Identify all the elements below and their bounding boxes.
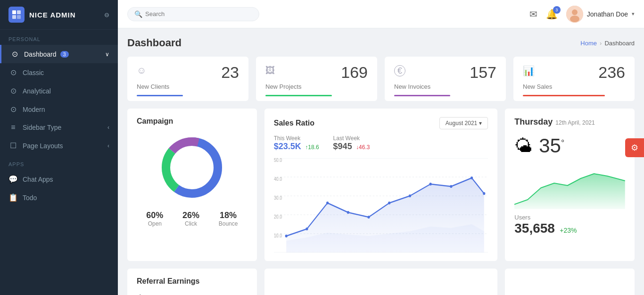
- last-week-label: Last Week: [333, 135, 370, 142]
- svg-rect-1: [17, 10, 21, 14]
- weather-temp: 35°: [539, 135, 564, 157]
- svg-text:30.0: 30.0: [274, 195, 282, 201]
- sidebar-item-modern-label: Modern: [23, 106, 45, 113]
- weather-temp-value: 35: [539, 135, 561, 157]
- sidebar-item-dashboard-label: Dashboard: [24, 51, 57, 58]
- stat-card-new-invoices: € 157 New Invoices: [385, 57, 506, 101]
- card-placeholder-3: [505, 269, 635, 295]
- mail-icon: ✉: [529, 9, 537, 19]
- bounce-stat: 18% Bounce: [219, 211, 238, 227]
- weather-chart: [514, 167, 625, 209]
- chat-apps-icon: 💬: [8, 175, 18, 184]
- new-projects-bar: [265, 95, 332, 96]
- modern-icon: ⊙: [8, 105, 18, 114]
- sales-chart-area: 50.0 40.0 30.0 20.0 10.0: [274, 158, 488, 253]
- svg-point-6: [570, 16, 579, 22]
- bounce-label: Bounce: [219, 220, 238, 227]
- sidebar-item-todo-label: Todo: [23, 194, 37, 202]
- svg-point-30: [409, 194, 411, 197]
- main-wrap: 🔍 ✉ 🔔 3 Jonathan Doe ▾: [118, 0, 644, 295]
- stat-card-new-sales: 📊 236 New Sales: [513, 57, 635, 101]
- user-info[interactable]: Jonathan Doe ▾: [566, 6, 635, 23]
- sidebar-item-modern[interactable]: ⊙ Modern: [0, 100, 118, 118]
- sidebar-item-classic[interactable]: ⊙ Classic: [0, 63, 118, 82]
- app-name: NICE ADMIN: [29, 11, 76, 19]
- new-sales-label: New Sales: [523, 83, 625, 90]
- avatar: [566, 6, 583, 23]
- notification-badge: 3: [553, 6, 561, 14]
- sidebar-logo: NICE ADMIN ⊖: [0, 0, 118, 30]
- sidebar-item-classic-label: Classic: [23, 69, 44, 76]
- settings-fab[interactable]: ⚙: [625, 138, 644, 157]
- period-chevron-icon: ▾: [479, 120, 482, 126]
- this-week-label: This Week: [274, 135, 319, 142]
- new-invoices-bar: [394, 95, 450, 96]
- open-label: Open: [146, 220, 163, 227]
- sales-chart: 50.0 40.0 30.0 20.0 10.0: [274, 158, 488, 253]
- new-projects-label: New Projects: [265, 83, 368, 90]
- svg-point-28: [367, 216, 370, 219]
- last-week-amount: $945: [333, 142, 352, 151]
- new-projects-icon: 🖼: [265, 65, 275, 76]
- referral-amount: $769.08: [137, 292, 248, 295]
- sidebar-item-page-layouts-label: Page Layouts: [23, 142, 63, 150]
- logo-icon: [8, 7, 25, 23]
- breadcrumb-separator: ›: [600, 40, 602, 47]
- sidebar-type-chevron: ‹: [107, 124, 109, 131]
- new-clients-label: New Clients: [137, 83, 239, 90]
- new-clients-bar: [137, 95, 183, 96]
- this-week-amount: $23.5K: [274, 142, 301, 151]
- page-content: Dashboard Home › Dashboard ☺ 23 New Clie…: [118, 28, 644, 295]
- sidebar-item-page-layouts[interactable]: ☐ Page Layouts ‹: [0, 136, 118, 155]
- weather-date: 12th April, 2021: [555, 119, 594, 126]
- last-week-change: ↓46.3: [356, 144, 370, 151]
- weather-main: 🌤 35°: [514, 135, 625, 157]
- svg-point-29: [388, 202, 390, 204]
- open-pct: 60%: [146, 211, 163, 220]
- donut-chart-wrap: [137, 132, 248, 203]
- users-count: 35,658: [514, 221, 555, 236]
- classic-icon: ⊙: [8, 68, 18, 77]
- search-wrap[interactable]: 🔍: [127, 7, 259, 21]
- breadcrumb-home[interactable]: Home: [580, 40, 597, 47]
- weather-card: Thursday 12th April, 2021 🌤 35°: [505, 109, 635, 261]
- todo-icon: 📋: [8, 193, 18, 202]
- svg-marker-35: [514, 174, 625, 209]
- search-icon: 🔍: [134, 10, 142, 18]
- svg-point-5: [572, 9, 578, 15]
- svg-point-32: [450, 185, 452, 188]
- sidebar-item-analytical[interactable]: ⊙ Analytical: [0, 82, 118, 100]
- sidebar-item-chat-apps-label: Chat Apps: [23, 176, 53, 183]
- svg-rect-2: [12, 15, 16, 19]
- new-projects-value: 169: [341, 64, 368, 80]
- mail-icon-wrap[interactable]: ✉: [529, 8, 537, 20]
- sidebar-item-chat-apps[interactable]: 💬 Chat Apps: [0, 170, 118, 188]
- svg-point-33: [471, 177, 473, 179]
- sales-ratio-title: Sales Ratio: [274, 119, 314, 127]
- new-invoices-icon: €: [394, 65, 405, 76]
- weather-unit: °: [561, 138, 564, 148]
- users-change: +23%: [560, 227, 577, 234]
- open-stat: 60% Open: [146, 211, 163, 227]
- svg-text:10.0: 10.0: [274, 233, 282, 238]
- click-pct: 26%: [182, 211, 199, 220]
- sidebar-item-todo[interactable]: 📋 Todo: [0, 188, 118, 207]
- period-selector[interactable]: August 2021 ▾: [439, 117, 488, 129]
- dashboard-chevron: ∨: [105, 51, 109, 58]
- header: 🔍 ✉ 🔔 3 Jonathan Doe ▾: [118, 0, 644, 28]
- search-input[interactable]: [145, 10, 252, 17]
- page-header: Dashboard Home › Dashboard: [127, 37, 635, 49]
- this-week-change: ↑18.6: [305, 144, 319, 151]
- weather-chart-area: [514, 167, 625, 209]
- notification-icon-wrap[interactable]: 🔔 3: [546, 8, 558, 20]
- svg-point-34: [483, 192, 485, 195]
- page-layouts-chevron: ‹: [107, 143, 109, 149]
- referral-title: Referral Earnings: [137, 277, 248, 286]
- sidebar-item-sidebar-type[interactable]: ≡ Sidebar Type ‹: [0, 118, 118, 136]
- click-stat: 26% Click: [182, 211, 199, 227]
- weather-day: Thursday: [514, 117, 553, 127]
- new-sales-bar: [523, 95, 605, 96]
- sidebar-item-dashboard[interactable]: ⊙ Dashboard 3 ∨: [0, 45, 118, 63]
- user-name: Jonathan Doe: [587, 10, 628, 18]
- second-row: Referral Earnings $769.08: [127, 269, 635, 295]
